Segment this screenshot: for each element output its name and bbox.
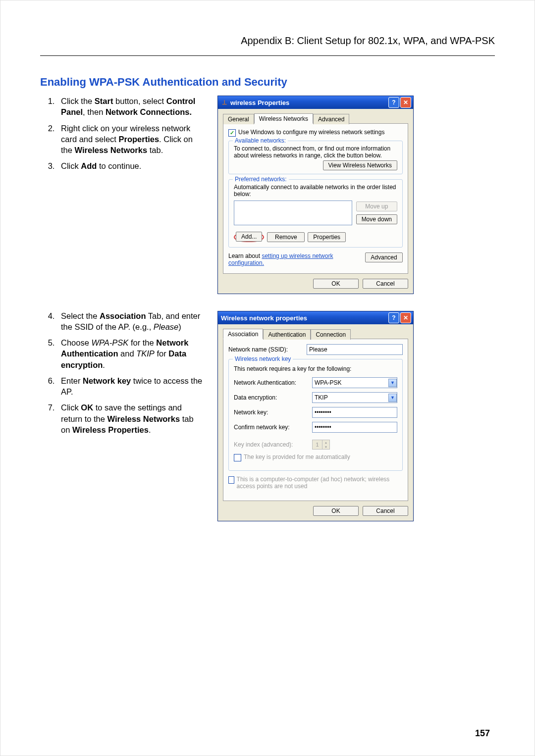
network-auth-select[interactable]: WPA-PSK▼ <box>312 377 397 388</box>
adhoc-checkbox: ✓ <box>228 476 234 484</box>
cancel-button[interactable]: Cancel <box>363 279 408 289</box>
preferred-networks-group: Preferred networks: Automatically connec… <box>228 179 403 248</box>
add-button[interactable]: Add... <box>236 232 262 242</box>
confirm-key-label: Confirm network key: <box>234 424 308 431</box>
auto-key-label: The key is provided for me automatically <box>244 454 350 460</box>
steps-list-2: Select the Association Tab, and enter th… <box>40 310 204 436</box>
ssid-input[interactable]: Please <box>307 344 403 355</box>
step-7: Click OK to save the settings and return… <box>57 402 204 435</box>
available-legend: Available networks: <box>233 137 288 144</box>
ok-button-2[interactable]: OK <box>313 506 359 516</box>
network-key-label: Network key: <box>234 409 308 416</box>
adhoc-label: This is a computer-to-computer (ad hoc) … <box>237 476 403 490</box>
step-2: Right click on your wireless network car… <box>57 123 204 156</box>
header-rule <box>40 55 495 56</box>
spinner-up-icon: ▲ <box>322 440 329 445</box>
dialog-title: wireless Properties <box>230 99 289 106</box>
section-title: Enabling WPA-PSK Authentication and Secu… <box>40 76 495 89</box>
chevron-down-icon: ▼ <box>388 379 397 387</box>
dialog-title-2: Wireless network properties <box>221 314 307 322</box>
wireless-key-group: Wireless network key This network requir… <box>228 359 403 471</box>
preferred-listbox[interactable] <box>234 201 352 225</box>
available-text: To connect to, disconnect from, or find … <box>234 145 397 159</box>
cancel-button-2[interactable]: Cancel <box>363 506 408 516</box>
tabs: General Wireless Networks Advanced <box>223 113 408 124</box>
network-auth-label: Network Authentication: <box>234 379 308 386</box>
step-3: Click Add to continue. <box>57 160 204 171</box>
tab-connection[interactable]: Connection <box>311 329 351 340</box>
tab-general[interactable]: General <box>223 114 254 124</box>
learn-text: Learn about setting up wireless network … <box>228 252 360 266</box>
step-1: Click the Start button, select Control P… <box>57 96 204 118</box>
data-encryption-select[interactable]: TKIP▼ <box>312 392 397 403</box>
move-down-button[interactable]: Move down <box>356 214 397 224</box>
steps-list-1: Click the Start button, select Control P… <box>40 96 204 172</box>
data-encryption-label: Data encryption: <box>234 394 308 401</box>
tab-association[interactable]: Association <box>223 329 263 339</box>
properties-button[interactable]: Properties <box>308 232 346 242</box>
auto-key-checkbox: ✓ <box>234 454 241 461</box>
page-number: 157 <box>475 728 490 739</box>
preferred-legend: Preferred networks: <box>233 176 289 183</box>
spinner-down-icon: ▼ <box>322 445 329 449</box>
use-windows-label: Use Windows to configure my wireless net… <box>238 129 384 136</box>
ssid-label: Network name (SSID): <box>228 346 303 353</box>
advanced-button[interactable]: Advanced <box>365 252 403 262</box>
wireless-icon: ⊥ <box>221 99 228 106</box>
key-legend: Wireless network key <box>233 355 293 362</box>
use-windows-checkbox[interactable]: ✓ <box>228 129 236 137</box>
close-icon[interactable]: ✕ <box>400 312 411 323</box>
step-6: Enter Network key twice to access the AP… <box>57 375 204 398</box>
chevron-down-icon: ▼ <box>388 394 397 402</box>
wireless-properties-dialog: ⊥ wireless Properties ? ✕ General Wirele… <box>217 96 414 294</box>
step-5: Choose WPA-PSK for the Network Authentic… <box>57 337 204 370</box>
help-icon[interactable]: ? <box>388 312 399 323</box>
remove-button[interactable]: Remove <box>267 232 305 242</box>
help-icon[interactable]: ? <box>388 97 399 108</box>
preferred-text: Automatically connect to available netwo… <box>234 184 397 198</box>
network-key-input[interactable]: •••••••• <box>312 407 397 418</box>
key-index-spinner: 1 ▲▼ <box>312 440 330 450</box>
close-icon[interactable]: ✕ <box>400 97 411 108</box>
available-networks-group: Available networks: To connect to, disco… <box>228 141 403 174</box>
tab-advanced[interactable]: Advanced <box>313 114 349 124</box>
step-4: Select the Association Tab, and enter th… <box>57 310 204 333</box>
key-text: This network requires a key for the foll… <box>234 365 397 372</box>
page-header: Appendix B: Client Setup for 802.1x, WPA… <box>40 35 495 47</box>
tab-authentication[interactable]: Authentication <box>263 329 311 340</box>
confirm-key-input[interactable]: •••••••• <box>312 422 397 433</box>
titlebar-2[interactable]: Wireless network properties ? ✕ <box>218 311 413 324</box>
add-highlight: Add... <box>234 232 264 242</box>
view-wireless-button[interactable]: View Wireless Networks <box>323 160 397 170</box>
wireless-network-properties-dialog: Wireless network properties ? ✕ Associat… <box>217 311 414 521</box>
titlebar[interactable]: ⊥ wireless Properties ? ✕ <box>218 96 413 109</box>
ok-button[interactable]: OK <box>313 279 359 289</box>
move-up-button: Move up <box>356 202 397 211</box>
tab-wireless-networks[interactable]: Wireless Networks <box>254 113 313 124</box>
key-index-label: Key index (advanced): <box>234 441 308 448</box>
